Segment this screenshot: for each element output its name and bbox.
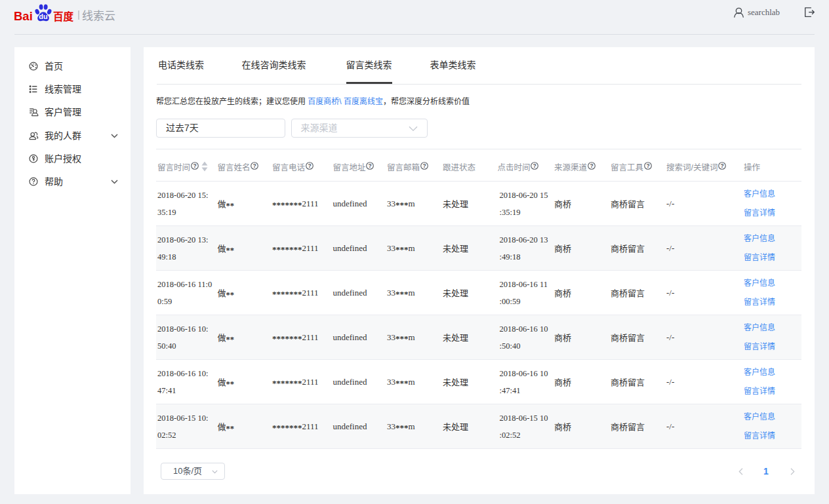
svg-text:?: ?	[253, 162, 256, 168]
svg-text:?: ?	[193, 162, 196, 168]
svg-text:?: ?	[368, 162, 371, 168]
svg-text:du: du	[39, 12, 47, 20]
svg-text:?: ?	[720, 162, 723, 168]
svg-text:?: ?	[590, 162, 593, 168]
svg-text:?: ?	[646, 162, 649, 168]
svg-text:?: ?	[422, 162, 426, 168]
svg-text:?: ?	[533, 162, 536, 168]
svg-text:?: ?	[308, 162, 311, 168]
